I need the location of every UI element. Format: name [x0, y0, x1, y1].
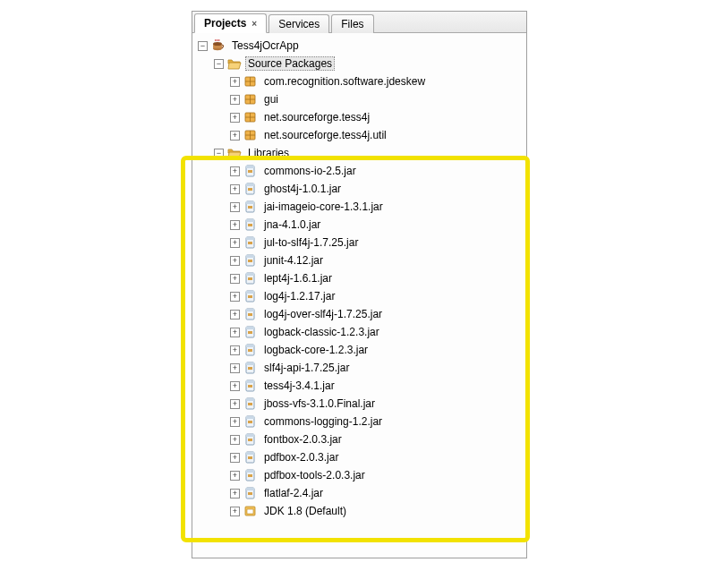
jar-icon	[243, 432, 258, 447]
tree-node-package[interactable]: +net.sourceforge.tess4j	[194, 108, 524, 126]
expander-icon[interactable]: +	[230, 220, 240, 230]
jar-label: log4j-1.2.17.jar	[261, 289, 337, 303]
tree-node-jar[interactable]: +commons-logging-1.2.jar	[194, 413, 524, 430]
jar-icon	[243, 379, 258, 393]
jar-icon	[243, 164, 258, 178]
folder-open-icon	[227, 146, 242, 160]
expander-icon[interactable]: +	[230, 166, 240, 176]
close-icon[interactable]: ×	[251, 19, 257, 29]
tree-node-jar[interactable]: +fontbox-2.0.3.jar	[194, 430, 524, 448]
jar-label: slf4j-api-1.7.25.jar	[261, 361, 352, 375]
tree-node-package[interactable]: +gui	[194, 90, 524, 108]
tree-node-package[interactable]: +net.sourceforge.tess4j.util	[194, 126, 524, 144]
package-label: net.sourceforge.tess4j	[261, 110, 372, 124]
expander-icon[interactable]: +	[230, 399, 240, 409]
jar-label: jboss-vfs-3.1.0.Final.jar	[261, 396, 378, 411]
jar-icon	[243, 217, 258, 232]
tree-node-jar[interactable]: +pdfbox-tools-2.0.3.jar	[194, 466, 524, 484]
expander-icon[interactable]: +	[230, 292, 240, 302]
tab-files[interactable]: Files	[331, 14, 373, 33]
jar-label: pdfbox-tools-2.0.3.jar	[261, 468, 368, 482]
tree-node-jar[interactable]: +lept4j-1.6.1.jar	[194, 269, 524, 287]
expander-icon[interactable]: +	[230, 238, 240, 248]
tree-node-jar[interactable]: +logback-core-1.2.3.jar	[194, 341, 524, 359]
tab-label: Services	[278, 18, 320, 30]
tree-node-jar[interactable]: +log4j-over-slf4j-1.7.25.jar	[194, 305, 524, 323]
jar-label: commons-io-2.5.jar	[261, 164, 359, 178]
projects-panel: Projects × Services Files − Tess4jOcrApp…	[192, 11, 527, 558]
tree-node-jar[interactable]: +ghost4j-1.0.1.jar	[194, 180, 524, 198]
jar-icon	[243, 253, 258, 268]
tab-bar: Projects × Services Files	[192, 12, 526, 33]
tab-projects[interactable]: Projects ×	[194, 13, 267, 33]
tree-node-jar[interactable]: +commons-io-2.5.jar	[194, 162, 524, 180]
jar-icon	[243, 325, 258, 339]
expander-icon[interactable]: +	[230, 77, 240, 87]
tree-node-jar[interactable]: +jul-to-slf4j-1.7.25.jar	[194, 234, 524, 251]
package-icon	[243, 74, 258, 89]
package-icon	[243, 110, 258, 124]
package-icon	[243, 92, 258, 107]
expander-icon[interactable]: +	[230, 417, 240, 427]
jar-icon	[243, 289, 258, 303]
jar-label: flatlaf-2.4.jar	[261, 486, 326, 500]
expander-icon[interactable]: +	[230, 363, 240, 373]
tree-node-package[interactable]: +com.recognition.software.jdeskew	[194, 72, 524, 90]
package-label: com.recognition.software.jdeskew	[261, 74, 428, 89]
jar-icon	[243, 450, 258, 464]
project-label: Tess4jOcrApp	[229, 38, 302, 53]
expander-icon[interactable]: +	[230, 471, 240, 481]
jar-label: junit-4.12.jar	[261, 253, 326, 268]
tree-node-jar[interactable]: +slf4j-api-1.7.25.jar	[194, 359, 524, 377]
package-label: net.sourceforge.tess4j.util	[261, 128, 389, 142]
jdk-label: JDK 1.8 (Default)	[261, 504, 349, 518]
tree-node-libraries[interactable]: − Libraries	[194, 144, 524, 162]
tree-node-jar[interactable]: +jai-imageio-core-1.3.1.jar	[194, 198, 524, 216]
expander-icon[interactable]: −	[214, 59, 224, 69]
tree-node-jar[interactable]: +junit-4.12.jar	[194, 251, 524, 269]
folder-open-icon	[227, 56, 242, 71]
jar-label: pdfbox-2.0.3.jar	[261, 450, 341, 464]
jar-icon	[243, 200, 258, 214]
expander-icon[interactable]: +	[230, 453, 240, 463]
tree-node-jdk[interactable]: + JDK 1.8 (Default)	[194, 502, 524, 520]
expander-icon[interactable]: +	[230, 256, 240, 266]
tree-node-jar[interactable]: +logback-classic-1.2.3.jar	[194, 323, 524, 341]
jar-icon	[243, 468, 258, 482]
tree-node-jar[interactable]: +jna-4.1.0.jar	[194, 216, 524, 234]
expander-icon[interactable]: +	[230, 131, 240, 141]
tree-node-jar[interactable]: +tess4j-3.4.1.jar	[194, 377, 524, 395]
expander-icon[interactable]: −	[214, 149, 224, 158]
expander-icon[interactable]: +	[230, 381, 240, 391]
jar-label: lept4j-1.6.1.jar	[261, 271, 335, 285]
jar-icon	[243, 307, 258, 321]
tree-node-project[interactable]: − Tess4jOcrApp	[194, 37, 524, 55]
expander-icon[interactable]: +	[230, 274, 240, 284]
jar-icon	[243, 182, 258, 196]
expander-icon[interactable]: +	[230, 95, 240, 105]
jar-icon	[243, 271, 258, 285]
expander-icon[interactable]: +	[230, 507, 240, 516]
tab-services[interactable]: Services	[268, 14, 329, 33]
expander-icon[interactable]: −	[198, 41, 208, 51]
tree-node-jar[interactable]: +jboss-vfs-3.1.0.Final.jar	[194, 395, 524, 413]
project-tree[interactable]: − Tess4jOcrApp − Source Packages +com.re…	[192, 33, 526, 558]
source-packages-label: Source Packages	[245, 56, 335, 71]
expander-icon[interactable]: +	[230, 310, 240, 320]
tab-label: Files	[341, 18, 363, 30]
tree-node-source-packages[interactable]: − Source Packages	[194, 55, 524, 72]
expander-icon[interactable]: +	[230, 435, 240, 445]
expander-icon[interactable]: +	[230, 328, 240, 337]
jar-label: logback-classic-1.2.3.jar	[261, 325, 382, 339]
expander-icon[interactable]: +	[230, 113, 240, 123]
expander-icon[interactable]: +	[230, 345, 240, 355]
jdk-icon	[243, 504, 258, 518]
expander-icon[interactable]: +	[230, 202, 240, 212]
tree-node-jar[interactable]: +flatlaf-2.4.jar	[194, 484, 524, 502]
tree-node-jar[interactable]: +log4j-1.2.17.jar	[194, 287, 524, 305]
tree-node-jar[interactable]: +pdfbox-2.0.3.jar	[194, 448, 524, 466]
expander-icon[interactable]: +	[230, 489, 240, 499]
expander-icon[interactable]: +	[230, 184, 240, 194]
jar-label: tess4j-3.4.1.jar	[261, 379, 337, 393]
package-icon	[243, 128, 258, 142]
